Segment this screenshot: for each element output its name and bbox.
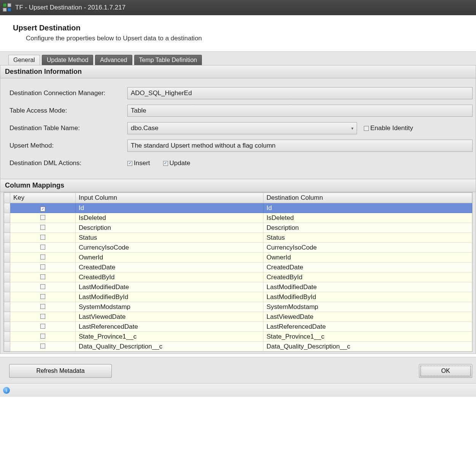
- checkbox-insert[interactable]: Insert: [127, 159, 150, 167]
- input-column-cell[interactable]: LastReferencedDate: [76, 322, 263, 332]
- input-column-cell[interactable]: Data_Quality_Description__c: [76, 342, 263, 352]
- table-row[interactable]: CreatedByIdCreatedById: [4, 272, 472, 282]
- update-label: Update: [170, 159, 190, 167]
- checkbox-icon: [40, 334, 45, 339]
- combo-table-name-value: dbo.Case: [131, 124, 159, 132]
- grid-corner: [4, 193, 10, 203]
- combo-connection-value: ADO_SQL_HigherEd: [131, 89, 192, 97]
- input-column-cell[interactable]: Description: [76, 223, 263, 233]
- section-mappings-header: Column Mappings: [0, 179, 476, 192]
- destination-column-cell[interactable]: State_Province1__c: [263, 332, 472, 342]
- title-bar: TF - Upsert Destination - 2016.1.7.217: [0, 0, 476, 15]
- key-cell[interactable]: [10, 282, 76, 292]
- destination-column-cell[interactable]: Description: [263, 223, 472, 233]
- table-row[interactable]: LastViewedDateLastViewedDate: [4, 312, 472, 322]
- destination-column-cell[interactable]: LastReferencedDate: [263, 322, 472, 332]
- input-column-cell[interactable]: LastModifiedDate: [76, 282, 263, 292]
- table-row[interactable]: State_Province1__cState_Province1__c: [4, 332, 472, 342]
- key-cell[interactable]: [10, 302, 76, 312]
- table-row[interactable]: CurrencyIsoCodeCurrencyIsoCode: [4, 243, 472, 253]
- input-column-cell[interactable]: LastModifiedById: [76, 292, 263, 302]
- destination-column-cell[interactable]: IsDeleted: [263, 213, 472, 223]
- table-row[interactable]: StatusStatus: [4, 233, 472, 243]
- key-cell[interactable]: [10, 322, 76, 332]
- checkbox-icon: [40, 274, 45, 279]
- key-cell[interactable]: [10, 223, 76, 233]
- destination-column-cell[interactable]: Status: [263, 233, 472, 243]
- ok-button[interactable]: OK: [419, 364, 472, 378]
- input-column-cell[interactable]: CreatedDate: [76, 263, 263, 272]
- table-row[interactable]: CreatedDateCreatedDate: [4, 263, 472, 272]
- input-column-cell[interactable]: CreatedById: [76, 272, 263, 282]
- refresh-metadata-button[interactable]: Refresh Metadata: [9, 364, 112, 378]
- page-subtitle: Configure the properties below to Upsert…: [26, 35, 468, 42]
- table-row[interactable]: LastReferencedDateLastReferencedDate: [4, 322, 472, 332]
- key-cell[interactable]: [10, 292, 76, 302]
- table-row[interactable]: OwnerIdOwnerId: [4, 253, 472, 263]
- tab-advanced[interactable]: Advanced: [95, 55, 132, 65]
- table-row[interactable]: SystemModstampSystemModstamp: [4, 302, 472, 312]
- key-cell[interactable]: [10, 332, 76, 342]
- row-indicator: [4, 342, 10, 352]
- label-table: Destination Table Name:: [10, 124, 127, 132]
- key-cell[interactable]: [10, 342, 76, 352]
- key-cell[interactable]: [10, 312, 76, 322]
- tab-update[interactable]: Update Method: [42, 55, 93, 65]
- destination-column-cell[interactable]: CreatedDate: [263, 263, 472, 272]
- input-column-cell[interactable]: CurrencyIsoCode: [76, 243, 263, 253]
- combo-access-mode[interactable]: Table: [127, 105, 473, 117]
- table-row[interactable]: LastModifiedByIdLastModifiedById: [4, 292, 472, 302]
- tab-temp[interactable]: Temp Table Definition: [134, 55, 202, 65]
- combo-upsert-method[interactable]: The standard Upsert method without a fla…: [127, 140, 473, 152]
- input-column-cell[interactable]: SystemModstamp: [76, 302, 263, 312]
- combo-upsert-method-value: The standard Upsert method without a fla…: [131, 142, 276, 150]
- combo-access-mode-value: Table: [131, 107, 146, 115]
- destination-column-cell[interactable]: Data_Quality_Description__c: [263, 342, 472, 352]
- table-row[interactable]: DescriptionDescription: [4, 223, 472, 233]
- combo-connection[interactable]: ADO_SQL_HigherEd: [127, 87, 473, 99]
- checkbox-icon: [40, 294, 45, 299]
- table-row[interactable]: LastModifiedDateLastModifiedDate: [4, 282, 472, 292]
- input-column-cell[interactable]: IsDeleted: [76, 213, 263, 223]
- destination-column-cell[interactable]: LastModifiedById: [263, 292, 472, 302]
- destination-column-cell[interactable]: SystemModstamp: [263, 302, 472, 312]
- checkbox-update[interactable]: Update: [163, 159, 190, 167]
- key-cell[interactable]: [10, 203, 76, 213]
- destination-form: Destination Connection Manager: ADO_SQL_…: [0, 78, 476, 179]
- key-cell[interactable]: [10, 272, 76, 282]
- checkbox-icon: [40, 324, 45, 329]
- row-indicator: [4, 213, 10, 223]
- destination-column-cell[interactable]: LastModifiedDate: [263, 282, 472, 292]
- key-cell[interactable]: [10, 233, 76, 243]
- key-cell[interactable]: [10, 253, 76, 263]
- key-cell[interactable]: [10, 263, 76, 272]
- destination-column-cell[interactable]: LastViewedDate: [263, 312, 472, 322]
- mappings-grid[interactable]: Key Input Column Destination Column ›IdI…: [4, 193, 472, 352]
- key-cell[interactable]: [10, 213, 76, 223]
- table-row[interactable]: ›IdId: [4, 203, 472, 213]
- svg-rect-1: [8, 3, 11, 7]
- destination-column-cell[interactable]: CreatedById: [263, 272, 472, 282]
- tab-general[interactable]: General: [8, 55, 40, 65]
- key-cell[interactable]: [10, 243, 76, 253]
- input-column-cell[interactable]: State_Province1__c: [76, 332, 263, 342]
- row-indicator: [4, 302, 10, 312]
- destination-column-cell[interactable]: Id: [263, 203, 472, 213]
- label-mode: Table Access Mode:: [10, 107, 127, 115]
- input-column-cell[interactable]: OwnerId: [76, 253, 263, 263]
- col-dest[interactable]: Destination Column: [263, 193, 472, 203]
- input-column-cell[interactable]: LastViewedDate: [76, 312, 263, 322]
- table-row[interactable]: IsDeletedIsDeleted: [4, 213, 472, 223]
- checkbox-enable-identity[interactable]: Enable Identity: [364, 124, 413, 132]
- table-row[interactable]: Data_Quality_Description__cData_Quality_…: [4, 342, 472, 352]
- section-destination-header: Destination Information: [0, 65, 476, 78]
- input-column-cell[interactable]: Status: [76, 233, 263, 243]
- input-column-cell[interactable]: Id: [76, 203, 263, 213]
- destination-column-cell[interactable]: CurrencyIsoCode: [263, 243, 472, 253]
- enable-identity-label: Enable Identity: [370, 124, 413, 132]
- col-input[interactable]: Input Column: [76, 193, 263, 203]
- info-icon: i: [3, 387, 10, 394]
- destination-column-cell[interactable]: OwnerId: [263, 253, 472, 263]
- combo-table-name[interactable]: dbo.Case ▾: [127, 122, 357, 134]
- col-key[interactable]: Key: [10, 193, 76, 203]
